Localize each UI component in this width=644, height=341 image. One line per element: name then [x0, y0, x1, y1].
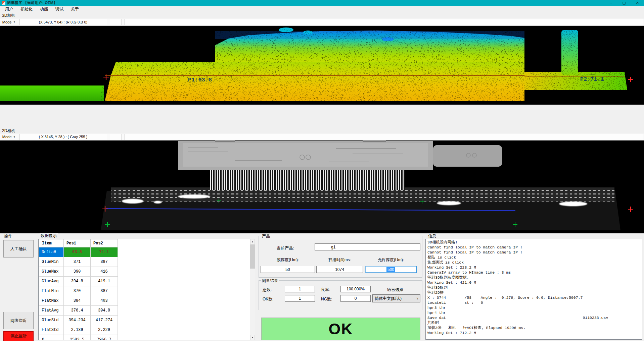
- table-row[interactable]: GlueStd394.234417.274: [39, 316, 118, 325]
- table-cell: FlatMax: [39, 296, 64, 306]
- table-cell: 390: [64, 267, 91, 277]
- scan-time-input[interactable]: [316, 266, 363, 273]
- table-scrollbar[interactable]: ▲ ▼: [250, 239, 255, 340]
- table-cell: 387: [91, 286, 118, 296]
- table-header-cell[interactable]: Pos2: [91, 239, 118, 247]
- svg-text:P1:63.8: P1:63.8: [188, 77, 212, 83]
- title-bar: 测量程序 【当前用户: OEM】 – ▢ ✕: [0, 0, 644, 6]
- table-cell: FlatAvg: [39, 306, 64, 316]
- stop-listen-button[interactable]: 停止监听: [3, 331, 34, 341]
- current-product-input[interactable]: [315, 243, 420, 250]
- chevron-down-icon: ▼: [13, 21, 15, 23]
- table-cell: 417.274: [91, 316, 118, 325]
- table-header-cell[interactable]: Item: [39, 239, 64, 247]
- table-row[interactable]: FlatAvg376.4394.8: [39, 306, 118, 316]
- camera3d-toolbar: Mode ▼ (X 5473, Y 84) : (R 0,G 0,B 0): [0, 18, 644, 26]
- log-line: LocateLi st : 0: [427, 300, 640, 305]
- table-row[interactable]: FlatMin370387: [39, 286, 118, 296]
- menu-item-3[interactable]: 功能: [36, 6, 52, 13]
- camera3d-toolbar-pane: [125, 19, 643, 25]
- table-cell: 2.139: [64, 325, 91, 335]
- window-title: 测量程序 【当前用户: OEM】: [7, 0, 57, 5]
- ok-count-input[interactable]: [285, 295, 315, 302]
- scrollbar-thumb[interactable]: [250, 244, 255, 269]
- table-row[interactable]: DeltaH63.871.1: [39, 247, 118, 257]
- language-select-dropdown[interactable]: 简体中文(默认) ∨: [372, 294, 420, 302]
- log-line: Cannot find local IP to match camera IP …: [427, 245, 640, 250]
- log-line: CameraIV array to HImage time : 3 ms: [427, 270, 640, 275]
- total-input[interactable]: [285, 286, 315, 292]
- camera3d-toolbar-pane: [110, 19, 122, 25]
- svg-text:P2:71.1: P2:71.1: [580, 76, 604, 82]
- table-cell: 7966.7: [91, 335, 118, 341]
- results-group-label: 测量结果: [261, 278, 279, 284]
- data-display-label: 数据显示: [40, 233, 58, 239]
- camera2d-toolbar: Mode ▼ ( X 3145, Y 28 ) : ( Gray 255 ): [0, 133, 644, 140]
- film-thickness-input[interactable]: [261, 266, 315, 273]
- film-thickness-label: 膜厚度(Um):: [261, 257, 315, 263]
- log-line: 等到3D取到: [427, 285, 640, 290]
- table-cell: FlatMin: [39, 286, 64, 296]
- close-button[interactable]: ✕: [636, 0, 639, 6]
- log-line: 共耗时: [427, 320, 640, 325]
- table-row[interactable]: GlueMax390416: [39, 267, 118, 277]
- data-display-listview[interactable]: ItemPos1Pos2 DeltaH63.871.1GlueMin371397…: [38, 239, 255, 340]
- table-cell: FlatStd: [39, 325, 64, 335]
- table-cell: 384: [64, 296, 91, 306]
- log-line: 3D相机没有网络!: [427, 240, 640, 245]
- table-cell: 394.8: [64, 277, 91, 286]
- operations-group-label: 操作: [3, 233, 13, 239]
- manual-confirm-button[interactable]: 人工确认: [3, 240, 34, 258]
- table-header-row: ItemPos1Pos2: [39, 239, 118, 247]
- menu-item-4[interactable]: 调试: [52, 6, 67, 13]
- yield-input[interactable]: [340, 286, 371, 292]
- current-product-label: 当前产品:: [277, 245, 294, 251]
- ok-count-label: OK数:: [263, 296, 274, 302]
- maximize-button[interactable]: ▢: [622, 0, 626, 6]
- table-cell: X: [39, 335, 64, 341]
- allowed-thickness-label: 允许厚度(Um):: [365, 257, 417, 263]
- camera2d-grayscale: [0, 140, 644, 233]
- ng-count-input[interactable]: [340, 295, 371, 302]
- log-line: 加载3张 相机 行AOI检查, Elapsed 19296 ms.: [427, 325, 640, 330]
- measure-label-p2: P2:71.1: [580, 76, 604, 82]
- camera3d-pixel-status: (X 5473, Y 84) : (R 0,G 0,B 0): [19, 19, 107, 25]
- measure-label-p1: P1:63.8: [188, 77, 212, 83]
- table-row[interactable]: FlatStd2.1392.229: [39, 325, 118, 335]
- minimize-button[interactable]: –: [610, 0, 612, 6]
- table-cell: 394.8: [91, 306, 118, 316]
- camera3d-mode-button[interactable]: Mode ▼: [0, 18, 18, 25]
- table-header-cell[interactable]: Pos1: [64, 239, 91, 247]
- log-line: Cannot find local IP to match camera IP …: [427, 250, 640, 255]
- app-icon: [2, 1, 5, 5]
- table-row[interactable]: GlueAvg394.8419.1: [39, 277, 118, 286]
- info-log[interactable]: 3D相机没有网络!Cannot find local IP to match c…: [425, 239, 642, 340]
- menu-item-2[interactable]: 初始化: [17, 6, 36, 13]
- table-cell: 416: [91, 267, 118, 277]
- results-group: 测量结果 总数: 良率: 语言选择 OK数: NG数: 简体中文(默认) ∨: [259, 280, 422, 310]
- network-listen-button[interactable]: 网络监听: [3, 312, 34, 329]
- menu-item-1[interactable]: 用户: [1, 6, 17, 13]
- table-cell: GlueMax: [39, 267, 64, 277]
- ng-count-label: NG数:: [321, 296, 332, 302]
- table-row[interactable]: GlueMin371397: [39, 257, 118, 267]
- table-cell: GlueAvg: [39, 277, 64, 286]
- log-line: hpr4 thr: [427, 310, 640, 315]
- menu-item-5[interactable]: 关于: [67, 6, 83, 13]
- allowed-thickness-input[interactable]: 500: [365, 266, 417, 273]
- camera2d-image[interactable]: [0, 140, 644, 233]
- log-line: 等到3D取到灰度图数据。: [427, 275, 640, 280]
- log-line: 登陆 is click: [427, 255, 640, 260]
- table-row[interactable]: FlatMax384403: [39, 296, 118, 306]
- info-group-label: 信息: [427, 233, 437, 239]
- table-cell: DeltaH: [39, 247, 64, 257]
- camera2d-mode-button[interactable]: Mode ▼: [0, 133, 18, 140]
- scroll-up-icon[interactable]: ▲: [250, 239, 255, 244]
- table-row[interactable]: X2583.57966.7: [39, 335, 118, 341]
- scroll-down-icon[interactable]: ▼: [250, 335, 255, 340]
- table-cell: 397: [91, 257, 118, 267]
- table-cell: 2.229: [91, 325, 118, 335]
- yield-label: 良率:: [321, 287, 330, 293]
- camera3d-image[interactable]: P1:63.8 P2:71.1: [0, 26, 644, 105]
- log-line: Working Set : 421.0 M: [427, 280, 640, 285]
